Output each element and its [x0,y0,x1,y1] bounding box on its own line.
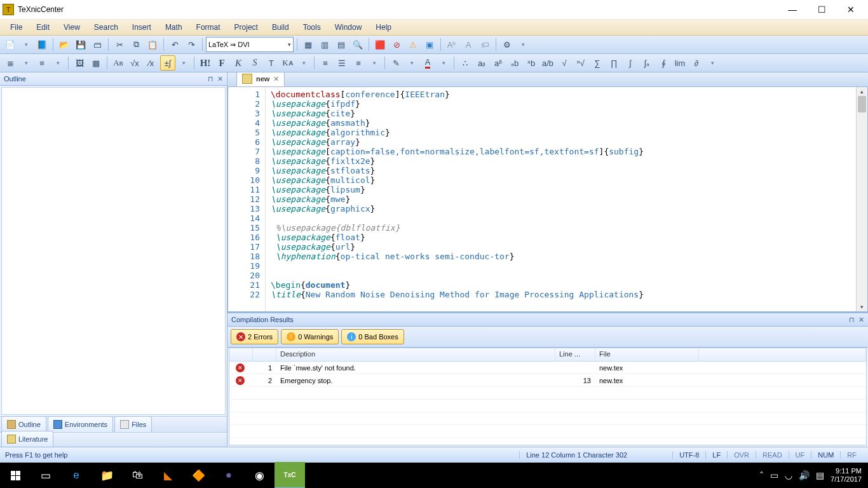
outline-tree[interactable] [1,87,226,415]
menu-view[interactable]: View [57,21,86,34]
code-area[interactable]: \documentclass[conference]{IEEEtran}\use… [266,87,856,311]
menu-build[interactable]: Build [266,21,295,34]
view-output-button[interactable]: 🔍 [350,37,365,52]
col-file[interactable]: File [595,348,699,361]
figure-button[interactable]: 🖼 [72,55,87,71]
tab-outline[interactable]: Outline [1,416,46,432]
align-right-button[interactable]: ≡ [351,55,366,71]
open-button[interactable]: 📂 [57,37,72,52]
scroll-thumb[interactable] [858,96,866,112]
new-doc-dropdown[interactable]: ▾ [19,41,33,48]
editor-tab-close-icon[interactable]: ✕ [273,75,279,83]
align-dropdown[interactable]: ▾ [367,60,381,66]
result-row[interactable]: ✕1File `mwe.sty' not found.new.tex [229,362,866,374]
new-doc-button[interactable]: 📄 [3,37,18,52]
number-dropdown[interactable]: ▾ [51,60,65,66]
tray-wifi-icon[interactable]: ◡ [785,470,792,480]
undo-button[interactable]: ↶ [167,37,182,52]
spell-check-button[interactable]: Aᵇ [444,37,459,52]
math-tool-7[interactable]: √ [557,55,572,71]
editor-tab-new[interactable]: new ✕ [236,72,285,86]
col-num[interactable] [253,348,276,361]
menu-file[interactable]: File [4,21,29,34]
slanted-button[interactable]: S [247,55,262,71]
formula-button[interactable]: ∕x [144,55,159,71]
taskbar-texniccenter[interactable]: TxC [275,462,305,488]
heading-button[interactable]: H! [198,55,213,71]
tab-files[interactable]: Files [114,416,152,432]
number-list-button[interactable]: ≡ [34,55,50,71]
build-button[interactable]: ▦ [301,37,316,52]
redo-button[interactable]: ↷ [184,37,199,52]
math-tool-4[interactable]: ₐb [507,55,522,71]
bookmark-button[interactable]: 🏷 [477,37,492,52]
math-tool-1[interactable]: ∴ [458,55,473,71]
badboxes-filter-button[interactable]: i0 Bad Boxes [341,329,403,344]
taskbar-store[interactable]: 🛍 [122,463,153,488]
options-dropdown[interactable]: ▾ [516,41,530,48]
math-tool-12[interactable]: ∫ₐ [639,55,654,71]
next-badbox-button[interactable]: ▣ [422,37,437,52]
build-view-button[interactable]: ▥ [317,37,332,52]
bullet-list-button[interactable]: ≣ [3,55,18,71]
math-env-dropdown[interactable]: ▾ [177,60,191,66]
close-button[interactable]: ✕ [836,0,865,19]
bold-button[interactable]: F [214,55,229,71]
minimize-button[interactable]: — [778,0,807,19]
font-dropdown[interactable]: ▾ [297,60,311,66]
table-button[interactable]: ▦ [88,55,104,71]
tab-environments[interactable]: Environments [48,416,113,432]
tab-literature[interactable]: Literature [1,431,53,447]
vertical-scrollbar[interactable]: ▴ ▾ [856,87,867,311]
taskbar-app1[interactable]: 🔶 [183,463,214,488]
menu-help[interactable]: Help [369,21,398,34]
font-button[interactable]: A [461,37,476,52]
tray-clock[interactable]: 9:11 PM 7/17/2017 [831,467,862,484]
next-warning-button[interactable]: ⚠ [405,37,421,52]
typewriter-button[interactable]: T [264,55,279,71]
align-center-button[interactable]: ☰ [334,55,349,71]
menu-window[interactable]: Window [329,21,369,34]
text-color-button[interactable]: A [420,55,435,71]
math-tool-10[interactable]: ∏ [606,55,621,71]
menu-tools[interactable]: Tools [297,21,327,34]
textrm-button[interactable]: Aв [111,55,126,71]
sqrt-button[interactable]: √x [127,55,142,71]
scroll-down-icon[interactable]: ▾ [857,302,867,311]
taskbar-explorer[interactable]: 📁 [92,463,122,488]
start-button[interactable] [0,463,31,488]
taskbar-matlab[interactable]: ◣ [153,463,183,488]
save-all-button[interactable]: 🗃 [90,37,105,52]
build-profile-combo[interactable]: LaTeX ⇒ DVI▾ [206,37,294,52]
menu-math[interactable]: Math [159,21,189,34]
task-view-button[interactable]: ▭ [31,463,61,488]
taskbar-edge[interactable]: e [61,463,92,488]
math-tool-3[interactable]: aᵝ [491,55,506,71]
result-row[interactable]: ✕2Emergency stop.13new.tex [229,374,866,387]
menu-project[interactable]: Project [228,21,264,34]
color-dropdown[interactable]: ▾ [437,60,451,66]
taskbar-eclipse[interactable]: ● [214,463,244,488]
highlight-dropdown[interactable]: ▾ [405,60,419,66]
math-tool-5[interactable]: ᵃb [524,55,539,71]
stop-build-button[interactable]: 🟥 [372,37,388,52]
col-line[interactable]: Line ... [555,348,595,361]
math-tool-2[interactable]: aᵦ [474,55,489,71]
tray-chevron-icon[interactable]: ˄ [759,470,764,480]
paste-button[interactable]: 📋 [145,37,160,52]
math-env-button[interactable]: ±∫ [160,55,175,71]
errors-filter-button[interactable]: ✕2 Errors [231,329,278,344]
align-left-button[interactable]: ≡ [318,55,333,71]
tray-action-icon[interactable]: ▤ [816,470,824,480]
math-tool-11[interactable]: ∫ [623,55,638,71]
italic-button[interactable]: K [231,55,246,71]
copy-button[interactable]: ⧉ [128,37,144,52]
maximize-button[interactable]: ☐ [807,0,836,19]
taskbar-chrome[interactable]: ◉ [244,463,275,488]
cut-button[interactable]: ✂ [112,37,127,52]
options-button[interactable]: ⚙ [499,37,515,52]
pin-icon[interactable]: ⊓ [208,75,214,83]
math-row-dropdown[interactable]: ▾ [705,60,719,66]
comp-close-icon[interactable]: ✕ [858,316,864,324]
scroll-up-icon[interactable]: ▴ [857,87,867,96]
